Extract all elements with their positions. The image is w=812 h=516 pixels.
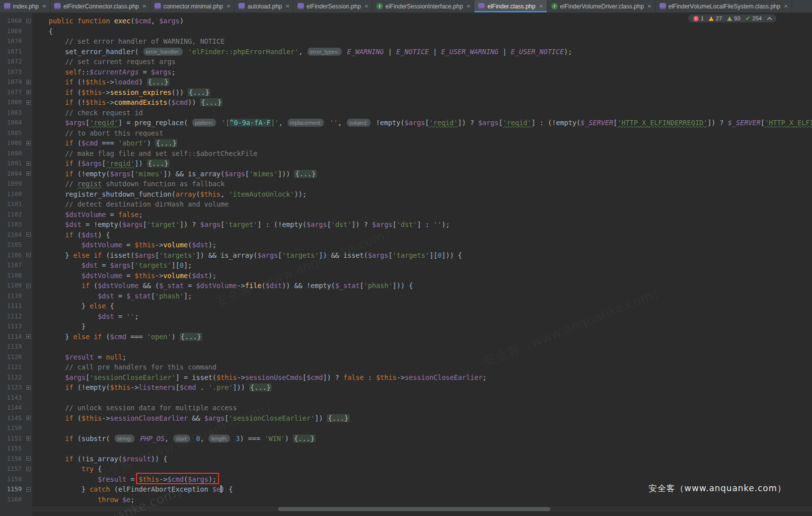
code-token [32,98,65,106]
tab-elFinderConnector.class.php[interactable]: elFinderConnector.class.php✕ [50,0,150,12]
tab-elFinderSessionInterface.php[interactable]: IelFinderSessionInterface.php✕ [372,0,474,12]
folded-region[interactable]: {...} [147,78,169,86]
fold-marker-icon[interactable]: + [26,100,31,105]
code-line: register_shutdown_function(array($this, … [32,189,812,200]
code-token [32,119,65,127]
code-token: $dst [192,272,208,280]
horizontal-scrollbar[interactable] [278,507,550,511]
tab-elFinderVolumeDriver.class.php[interactable]: IelFinderVolumeDriver.class.php✕ [547,0,656,12]
close-tab-icon[interactable]: ✕ [466,3,470,9]
code-token: ()) [171,88,188,96]
code-token [32,261,81,269]
fold-marker-icon[interactable]: − [26,487,31,492]
tab-connector.minimal.php[interactable]: connector.minimal.php✕ [150,0,234,12]
folded-region[interactable]: {...} [147,159,169,167]
code-line: $result = null; [32,352,812,363]
code-token: E_NOTICE [396,48,429,56]
code-token: 0 [438,251,442,259]
close-tab-icon[interactable]: ✕ [143,3,147,9]
folded-region[interactable]: {...} [327,414,349,422]
tab-elFinder.class.php[interactable]: elFinder.class.php✕ [474,0,547,12]
error-count[interactable]: ! 1 [693,15,704,21]
weak-warning-count[interactable]: 93 [727,15,740,21]
gutter-row: 1111 [0,301,32,311]
code-token [32,58,65,66]
fold-marker-icon[interactable]: − [26,467,31,471]
code-token: [ [425,119,429,127]
fold-marker-icon[interactable]: − [26,19,31,23]
code-area[interactable]: public function exec($cmd, $args) { // s… [32,13,812,516]
gutter-row: 1090 [0,148,32,159]
tab-label: elFinderVolumeLocalFileSystem.class.php [668,3,780,10]
fold-marker-icon[interactable]: − [26,232,31,237]
close-tab-icon[interactable]: ✕ [647,3,651,9]
fold-marker-icon[interactable]: + [26,334,31,339]
line-number: 1100 [0,189,24,200]
folded-region[interactable]: {...} [294,170,316,178]
folded-region[interactable]: {...} [249,383,272,391]
fold-marker-icon[interactable]: + [26,141,31,146]
code-token [32,129,65,137]
code-token: ]) && isset( [319,251,368,259]
line-number: 1107 [0,260,24,271]
folded-region[interactable]: {...} [200,98,222,106]
warning-count[interactable]: 27 [709,15,722,21]
code-token: $this [110,383,131,391]
folded-region[interactable]: {...} [188,88,210,96]
code-token: 'targets' [135,261,171,269]
fold-marker-icon[interactable]: + [26,416,31,420]
fold-marker-icon[interactable]: + [26,80,31,84]
gutter-row: 1158 [0,474,32,485]
folded-region[interactable]: {...} [293,435,315,442]
code-token: -> [102,414,110,422]
code-token: $dst [266,282,282,290]
code-line: $args['sessionCloseEarlier'] = isset($th… [32,372,812,383]
line-number: 1109 [0,281,24,291]
gutter-row: 1099 [0,179,32,189]
fold-marker-icon[interactable]: + [26,171,31,176]
fold-marker-icon[interactable]: + [26,90,31,94]
close-tab-icon[interactable]: ✕ [365,3,369,9]
code-line [32,423,812,434]
code-token [192,435,196,442]
tab-index.php[interactable]: index.php✕ [0,0,50,12]
folded-region[interactable]: {...} [180,333,202,341]
code-line: // regist shutdown function as fallback [32,179,812,189]
fold-marker-icon[interactable]: − [26,253,31,257]
chevron-up-icon[interactable] [767,16,772,21]
tab-elFinderSession.php[interactable]: elFinderSession.php✕ [294,0,372,12]
code-token: 'open' [147,333,171,341]
code-token: // unlock session data for multiple acce… [65,404,237,412]
tab-label: elFinderSession.php [306,3,361,10]
code-token: ] = preg_replace( [118,119,192,127]
close-tab-icon[interactable]: ✕ [286,3,290,9]
fold-marker-icon[interactable]: + [26,385,31,390]
code-token [32,282,81,290]
folded-region[interactable]: {...} [155,139,177,147]
inspections-widget[interactable]: ! 1 27 93 ✔ 254 [688,14,776,22]
code-token: ( [262,282,266,290]
code-token: | [499,48,511,56]
code-token: volume [163,272,188,280]
close-tab-icon[interactable]: ✕ [539,3,543,9]
close-tab-icon[interactable]: ✕ [784,3,788,9]
fold-marker-icon[interactable]: − [26,284,31,288]
gutter-row: 1151+ [0,434,32,444]
line-number: 1156 [0,454,24,464]
gutter-row: 1112 [0,311,32,322]
fold-marker-icon[interactable]: + [26,161,31,166]
tab-elFinderVolumeLocalFileSystem.class.php[interactable]: elFinderVolumeLocalFileSystem.class.php✕ [656,0,792,12]
close-tab-icon[interactable]: ✕ [226,3,230,9]
code-token: , [298,48,306,56]
close-tab-icon[interactable]: ✕ [42,3,46,9]
code-token: // check request id [65,109,143,117]
tab-autoload.php[interactable]: autoload.php✕ [234,0,294,12]
fold-marker-icon[interactable]: + [26,436,31,441]
code-token: | [429,48,442,56]
fold-marker-icon[interactable]: − [26,456,31,461]
line-number: 1103 [0,220,24,230]
fold-column: + [24,382,32,393]
passed-count[interactable]: ✔ 254 [745,15,762,21]
code-token: if [65,139,73,147]
code-token: $dstVolume [65,211,106,219]
